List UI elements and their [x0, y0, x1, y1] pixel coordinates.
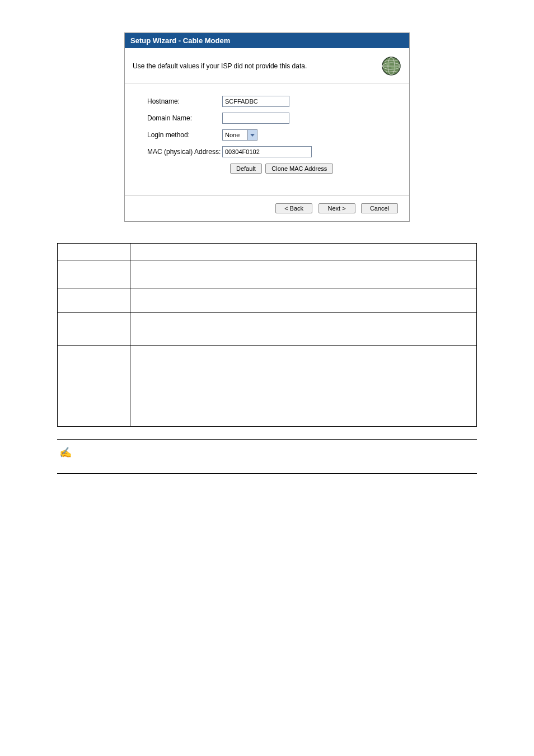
- wizard-dialog: Setup Wizard - Cable Modem Use the defau…: [124, 32, 410, 222]
- wizard-header: Use the default values if your ISP did n…: [125, 48, 409, 83]
- hostname-input[interactable]: [222, 96, 289, 107]
- table-header: [58, 244, 130, 260]
- login-method-value: None: [222, 129, 248, 141]
- table-cell: [58, 288, 130, 313]
- table-cell: [130, 260, 477, 288]
- mac-label: MAC (physical) Address:: [133, 148, 222, 156]
- form-body: Hostname: Domain Name: Login method: Non…: [125, 83, 409, 195]
- description-table: [57, 243, 477, 427]
- table-cell: [58, 346, 130, 427]
- table-cell: [130, 346, 477, 427]
- chevron-down-icon[interactable]: [248, 129, 257, 141]
- login-method-label: Login method:: [133, 131, 222, 139]
- table-header: [130, 244, 477, 260]
- wizard-hint: Use the default values if your ISP did n…: [133, 62, 307, 70]
- wizard-footer: < Back Next > Cancel: [125, 195, 409, 221]
- table-cell: [58, 260, 130, 288]
- cancel-button[interactable]: Cancel: [361, 203, 398, 213]
- svg-point-4: [386, 62, 390, 66]
- login-method-select[interactable]: None: [222, 129, 257, 141]
- domain-input[interactable]: [222, 113, 289, 124]
- globe-icon: [381, 56, 401, 76]
- table-cell: [130, 288, 477, 313]
- domain-label: Domain Name:: [133, 114, 222, 122]
- hostname-label: Hostname:: [133, 97, 222, 105]
- table-cell: [58, 313, 130, 346]
- next-button[interactable]: Next >: [318, 203, 355, 213]
- wizard-title: Setup Wizard - Cable Modem: [125, 33, 409, 48]
- pencil-icon: ✍: [57, 446, 113, 459]
- note-section: ✍: [57, 439, 477, 474]
- clone-mac-button[interactable]: Clone MAC Address: [265, 164, 333, 174]
- default-button[interactable]: Default: [230, 164, 262, 174]
- back-button[interactable]: < Back: [275, 203, 312, 213]
- svg-point-5: [391, 66, 397, 70]
- table-cell: [130, 313, 477, 346]
- mac-input[interactable]: [222, 146, 312, 157]
- divider: [57, 473, 477, 474]
